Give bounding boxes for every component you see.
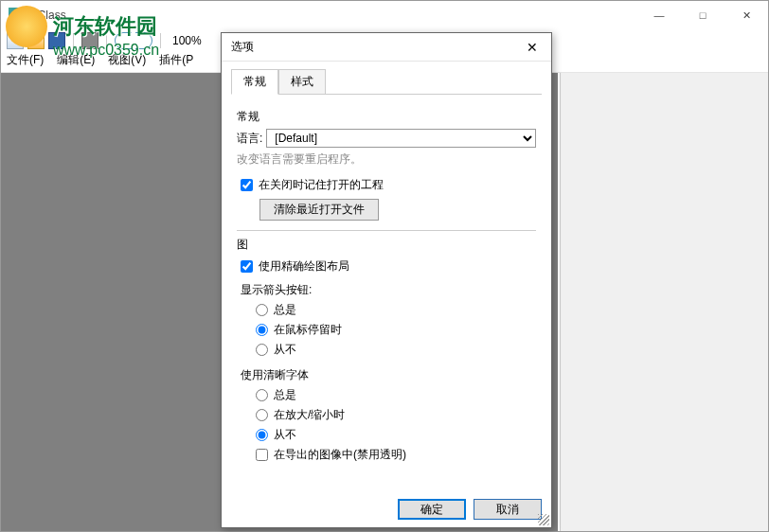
precise-layout-checkbox[interactable] [241, 260, 253, 273]
minimize-button[interactable]: — [637, 1, 681, 29]
menu-file[interactable]: 文件(F) [7, 52, 44, 72]
language-hint: 改变语言需要重启程序。 [237, 151, 536, 168]
separator [106, 33, 107, 48]
dialog-close-button[interactable]: ✕ [521, 40, 544, 55]
font-always-radio[interactable] [256, 389, 268, 401]
remember-label: 在关闭时记住打开的工程 [259, 177, 384, 193]
font-never-label: 从不 [274, 427, 296, 443]
language-select[interactable]: [Default] [266, 129, 536, 148]
undo-icon[interactable] [115, 32, 132, 49]
save-icon[interactable] [48, 32, 65, 49]
maximize-button[interactable]: □ [681, 1, 724, 29]
dialog-body: 常规 语言: [Default] 改变语言需要重启程序。 在关闭时记住打开的工程… [222, 96, 551, 474]
arrow-always-label: 总是 [274, 302, 296, 318]
arrow-hover-label: 在鼠标停留时 [274, 322, 342, 338]
close-button[interactable]: ✕ [724, 1, 768, 29]
clear-recent-button[interactable]: 清除最近打开文件 [259, 199, 379, 221]
arrow-never-radio[interactable] [256, 344, 268, 356]
menu-plugin[interactable]: 插件(P [159, 52, 193, 72]
font-always-label: 总是 [274, 387, 296, 403]
new-icon[interactable] [7, 32, 24, 49]
section-general-title: 常规 [237, 109, 536, 125]
cancel-button[interactable]: 取消 [474, 499, 542, 520]
print-icon[interactable] [81, 32, 98, 49]
disable-transparency-checkbox[interactable] [256, 449, 268, 461]
options-dialog: 选项 ✕ 常规 样式 常规 语言: [Default] 改变语言需要重启程序。 … [221, 32, 552, 528]
separator [73, 33, 74, 48]
arrow-never-label: 从不 [274, 342, 296, 358]
font-group-title: 使用清晰字体 [241, 367, 536, 383]
language-label: 语言: [237, 131, 262, 147]
section-diagram-title: 图 [237, 237, 536, 253]
arrow-hover-radio[interactable] [256, 324, 268, 336]
tab-style[interactable]: 样式 [278, 69, 326, 95]
menu-edit[interactable]: 编辑(E) [57, 52, 95, 72]
dialog-titlebar: 选项 ✕ [222, 33, 551, 62]
arrow-group-title: 显示箭头按钮: [241, 282, 536, 298]
titlebar: NClass — □ ✕ [1, 1, 768, 29]
font-never-radio[interactable] [256, 429, 268, 441]
font-zoom-label: 在放大/缩小时 [274, 407, 345, 423]
window-title: NClass [29, 9, 66, 22]
tab-strip: 常规 样式 [222, 62, 551, 95]
resize-grip[interactable] [538, 514, 549, 525]
dialog-footer: 确定 取消 [398, 499, 542, 520]
remember-checkbox[interactable] [241, 179, 253, 191]
menu-view[interactable]: 视图(V) [108, 52, 146, 72]
open-icon[interactable] [27, 32, 45, 49]
zoom-value[interactable]: 100% [172, 34, 202, 47]
font-zoom-radio[interactable] [256, 409, 268, 421]
separator [160, 33, 161, 48]
tab-general[interactable]: 常规 [231, 69, 278, 95]
dialog-title: 选项 [231, 39, 254, 55]
precise-layout-label: 使用精确绘图布局 [259, 258, 349, 275]
window-controls: — □ ✕ [637, 1, 768, 29]
arrow-always-radio[interactable] [256, 304, 268, 316]
separator [237, 230, 536, 231]
disable-transparency-label: 在导出的图像中(禁用透明) [274, 447, 406, 463]
app-icon [9, 8, 24, 23]
ok-button[interactable]: 确定 [398, 499, 466, 520]
sidebar [560, 73, 768, 531]
redo-icon[interactable] [135, 32, 152, 49]
